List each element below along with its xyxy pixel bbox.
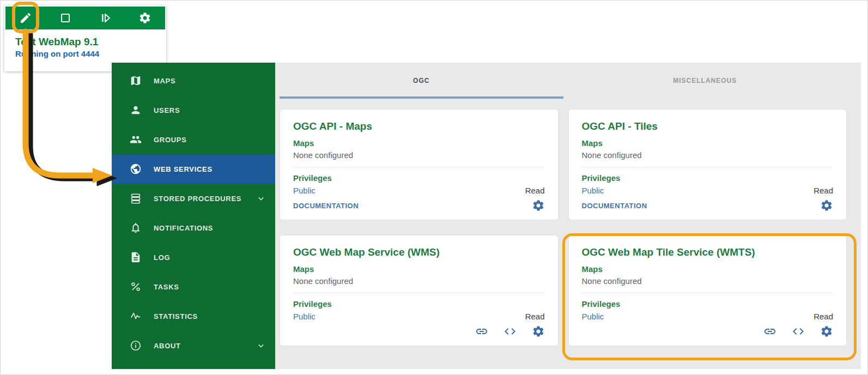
tab-bar: OGC MISCELLANEOUS — [280, 63, 847, 99]
resume-play-icon — [99, 11, 112, 25]
edit-pencil-icon — [19, 11, 32, 25]
web-services-panel: OGC MISCELLANEOUS OGC API - Maps Maps No… — [275, 63, 861, 369]
settings-gear-icon — [532, 199, 545, 212]
maps-value: None configured — [293, 150, 545, 160]
resume-button[interactable] — [94, 7, 116, 29]
card-title: OGC API - Maps — [293, 120, 545, 132]
privilege-permission: Read — [525, 312, 545, 321]
card-link-button[interactable] — [763, 325, 776, 338]
card-title: OGC Web Map Service (WMS) — [293, 246, 545, 258]
privileges-label: Privileges — [582, 299, 834, 309]
sidebar-item-maps[interactable]: MAPS — [112, 66, 275, 95]
app-window: MAPS USERS GROUPS WEB SERVICES STORED PR… — [112, 63, 861, 369]
privilege-permission: Read — [525, 186, 545, 195]
document-icon — [130, 251, 142, 263]
privilege-row: Public Read — [293, 312, 545, 321]
user-icon — [130, 104, 142, 116]
documentation-link[interactable]: DOCUMENTATION — [582, 202, 647, 210]
privilege-role: Public — [293, 186, 315, 195]
sidebar: MAPS USERS GROUPS WEB SERVICES STORED PR… — [112, 63, 275, 369]
globe-icon — [130, 163, 142, 175]
divider — [293, 167, 545, 167]
maps-label: Maps — [293, 138, 545, 148]
card-settings-button[interactable] — [820, 199, 833, 212]
sidebar-item-statistics[interactable]: STATISTICS — [112, 301, 275, 331]
service-card-grid: OGC API - Maps Maps None configured Priv… — [280, 109, 847, 346]
card-settings-button[interactable] — [532, 325, 545, 338]
privilege-role: Public — [582, 312, 604, 321]
link-icon — [763, 325, 776, 338]
card-actions — [293, 325, 545, 338]
stop-button[interactable] — [54, 7, 76, 29]
settings-gear-icon — [138, 11, 151, 25]
card-code-button[interactable] — [792, 325, 805, 338]
sidebar-item-label: ABOUT — [154, 342, 256, 350]
privilege-permission: Read — [814, 186, 833, 195]
service-card-ogc-api-maps: OGC API - Maps Maps None configured Priv… — [280, 109, 559, 220]
documentation-link[interactable]: DOCUMENTATION — [293, 202, 359, 210]
sidebar-item-tasks[interactable]: TASKS — [112, 272, 275, 301]
sidebar-item-label: TASKS — [154, 283, 266, 291]
card-title: OGC Web Map Tile Service (WMTS) — [582, 246, 834, 258]
card-title: OGC API - Tiles — [582, 120, 834, 132]
widget-toolbar — [5, 7, 165, 29]
privilege-row: Public Read — [293, 186, 545, 195]
sidebar-item-label: GROUPS — [154, 136, 266, 144]
tab-ogc[interactable]: OGC — [280, 63, 563, 99]
sidebar-item-label: USERS — [154, 106, 266, 114]
settings-gear-icon — [532, 325, 545, 338]
privilege-row: Public Read — [582, 312, 834, 321]
sidebar-item-about[interactable]: ABOUT — [112, 331, 275, 360]
tab-miscellaneous[interactable]: MISCELLANEOUS — [563, 63, 847, 99]
card-code-button[interactable] — [503, 325, 517, 338]
service-card-wms: OGC Web Map Service (WMS) Maps None conf… — [280, 235, 559, 346]
maps-value: None configured — [582, 276, 834, 286]
sidebar-item-groups[interactable]: GROUPS — [112, 125, 275, 154]
divider — [582, 293, 834, 293]
card-settings-button[interactable] — [532, 199, 545, 212]
webmap-status-widget: Test WebMap 9.1 Running on port 4444 — [4, 5, 166, 71]
tasks-icon — [130, 281, 142, 293]
service-card-ogc-api-tiles: OGC API - Tiles Maps None configured Pri… — [568, 109, 847, 220]
group-icon — [130, 134, 142, 146]
code-icon — [792, 325, 805, 338]
sidebar-item-log[interactable]: LOG — [112, 243, 275, 272]
sidebar-item-users[interactable]: USERS — [112, 95, 275, 125]
privileges-label: Privileges — [293, 299, 545, 309]
privilege-permission: Read — [814, 312, 833, 321]
active-tab-indicator — [280, 96, 563, 99]
maps-value: None configured — [293, 276, 545, 286]
maps-value: None configured — [582, 150, 834, 160]
divider — [293, 293, 545, 293]
privileges-label: Privileges — [582, 173, 834, 183]
map-icon — [130, 75, 142, 87]
link-icon — [475, 325, 488, 338]
divider — [582, 167, 834, 167]
edit-button[interactable] — [15, 7, 37, 29]
info-icon — [130, 340, 142, 352]
pulse-icon — [130, 310, 142, 322]
sidebar-item-web-services[interactable]: WEB SERVICES — [112, 154, 275, 184]
database-icon — [130, 192, 142, 204]
sidebar-item-label: STORED PROCEDURES — [154, 195, 256, 203]
sidebar-item-notifications[interactable]: NOTIFICATIONS — [112, 213, 275, 243]
maps-label: Maps — [582, 264, 834, 274]
sidebar-item-label: NOTIFICATIONS — [154, 224, 266, 232]
privilege-role: Public — [582, 186, 604, 195]
maps-label: Maps — [582, 138, 834, 148]
chevron-down-icon — [256, 193, 266, 204]
card-settings-button[interactable] — [820, 325, 833, 338]
code-icon — [503, 325, 517, 338]
settings-button[interactable] — [134, 7, 156, 29]
webmap-title: Test WebMap 9.1 — [15, 36, 166, 48]
sidebar-item-label: MAPS — [154, 77, 266, 85]
card-link-button[interactable] — [475, 325, 488, 338]
webmap-status-text: Running on port 4444 — [15, 49, 166, 58]
settings-gear-icon — [820, 199, 833, 212]
card-actions: DOCUMENTATION — [293, 199, 545, 212]
privilege-role: Public — [293, 312, 315, 321]
bell-icon — [130, 222, 142, 234]
stop-square-icon — [59, 11, 72, 25]
sidebar-item-stored-procedures[interactable]: STORED PROCEDURES — [112, 184, 275, 213]
privilege-row: Public Read — [582, 186, 834, 195]
